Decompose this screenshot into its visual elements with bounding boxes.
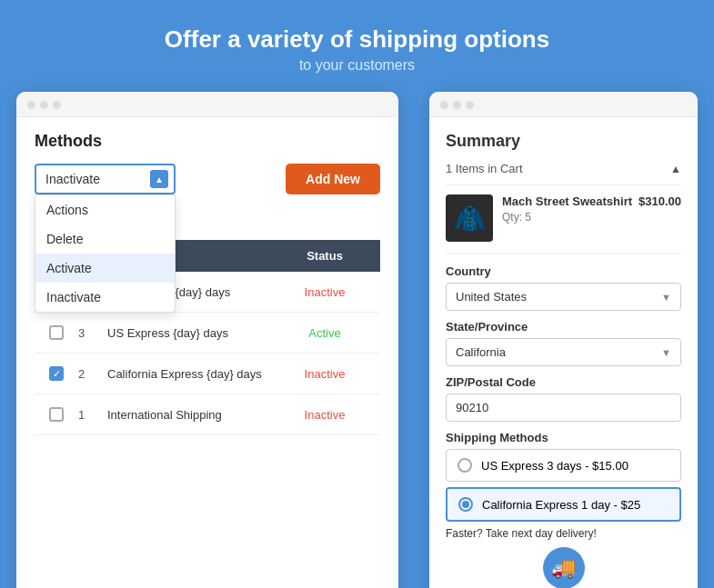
row-num-4: 1: [78, 408, 107, 422]
zip-label: ZIP/Postal Code: [446, 375, 681, 389]
dropdown-item-actions[interactable]: Actions: [35, 195, 175, 224]
row-num-3: 2: [78, 367, 107, 381]
right-browser-dots: [429, 92, 698, 117]
dropdown-item-inactivate[interactable]: Inactivate: [35, 283, 175, 312]
cart-item: 🧥 Mach Street Sweatshirt $310.00 Qty: 5: [446, 194, 681, 254]
add-new-button[interactable]: Add New: [286, 164, 380, 194]
right-content: Summary 1 Items in Cart ▲ 🧥 Mach Street …: [429, 117, 698, 588]
state-select[interactable]: California ▼: [446, 338, 681, 366]
delivery-truck-icon: 🚚: [551, 556, 576, 580]
dropdown-wrapper[interactable]: Inactivate Actions Delete Activate Inact…: [35, 164, 176, 194]
left-panel: Methods Inactivate Actions Delete Activa…: [16, 92, 398, 588]
table-row: 1 International Shipping Inactive: [35, 394, 380, 435]
state-chevron-icon: ▼: [661, 347, 671, 358]
chevron-up-icon: ▲: [670, 163, 681, 175]
radio-1: [458, 458, 472, 473]
row-name-3: California Express {day} days: [107, 367, 284, 381]
checkbox-2[interactable]: [49, 325, 64, 340]
row-name-4: International Shipping: [107, 408, 284, 422]
dropdown-menu: Actions Delete Activate Inactivate: [35, 194, 176, 313]
right-dot-3: [466, 101, 474, 109]
header: Offer a variety of shipping options to y…: [0, 0, 714, 92]
checkbox-4[interactable]: [49, 407, 64, 422]
item-image: 🧥: [446, 194, 493, 242]
table-row: 2 California Express {day} days Inactive: [35, 354, 380, 394]
delivery-icon-button[interactable]: 🚚: [543, 547, 585, 588]
row-status-1: Inactive: [284, 285, 366, 299]
cart-header[interactable]: 1 Items in Cart ▲: [446, 162, 681, 185]
country-label: Country: [446, 264, 681, 278]
item-qty: Qty: 5: [502, 211, 681, 224]
dropdown-item-delete[interactable]: Delete: [35, 224, 175, 254]
shipping-option-1[interactable]: US Express 3 days - $15.00: [446, 449, 681, 482]
right-panel: Summary 1 Items in Cart ▲ 🧥 Mach Street …: [429, 92, 698, 588]
browser-dots: [16, 92, 398, 117]
item-details: Mach Street Sweatshirt $310.00 Qty: 5: [502, 194, 681, 242]
row-status-2: Active: [284, 326, 366, 340]
row-status-4: Inactive: [284, 408, 366, 422]
header-title: Offer a variety of shipping options: [18, 25, 696, 54]
left-content: Methods Inactivate Actions Delete Activa…: [16, 117, 398, 450]
country-value: United States: [456, 290, 527, 304]
shipping-option-2[interactable]: California Express 1 day - $25: [446, 487, 681, 522]
toolbar: Inactivate Actions Delete Activate Inact…: [35, 164, 380, 194]
col-status: Status: [284, 249, 366, 263]
right-dot-2: [453, 101, 461, 109]
shipping-option-2-label: California Express 1 day - $25: [482, 498, 640, 512]
row-status-3: Inactive: [284, 367, 366, 381]
dot-1: [27, 101, 35, 109]
shipping-methods: Shipping Methods US Express 3 days - $15…: [446, 431, 681, 522]
hoodie-icon: 🧥: [454, 204, 486, 234]
country-chevron-icon: ▼: [661, 292, 671, 303]
header-subtitle: to your customers: [18, 57, 696, 74]
item-price: $310.00: [639, 194, 681, 208]
item-name: Mach Street Sweatshirt: [502, 194, 632, 208]
state-value: California: [456, 345, 506, 359]
dropdown-item-activate[interactable]: Activate: [35, 254, 175, 283]
table-row: 3 US Express {day} days Active: [35, 313, 380, 354]
methods-title: Methods: [35, 132, 380, 151]
summary-title: Summary: [446, 132, 681, 151]
shipping-option-1-label: US Express 3 days - $15.00: [481, 459, 629, 473]
right-dot-1: [440, 101, 448, 109]
faster-text: Faster? Take next day delivery!: [446, 527, 681, 540]
dot-3: [53, 101, 61, 109]
row-name-2: US Express {day} days: [107, 326, 284, 340]
zip-input[interactable]: [446, 394, 681, 422]
radio-inner-2: [462, 501, 469, 508]
state-label: State/Province: [446, 320, 681, 334]
dropdown-select[interactable]: Inactivate: [35, 164, 176, 194]
shipping-label: Shipping Methods: [446, 431, 681, 444]
country-select[interactable]: United States ▼: [446, 283, 681, 311]
radio-2: [458, 497, 473, 512]
dot-2: [40, 101, 48, 109]
checkbox-3[interactable]: [49, 366, 64, 381]
row-num-2: 3: [78, 326, 107, 340]
cart-count: 1 Items in Cart: [446, 162, 523, 175]
panels: Methods Inactivate Actions Delete Activa…: [0, 92, 714, 588]
